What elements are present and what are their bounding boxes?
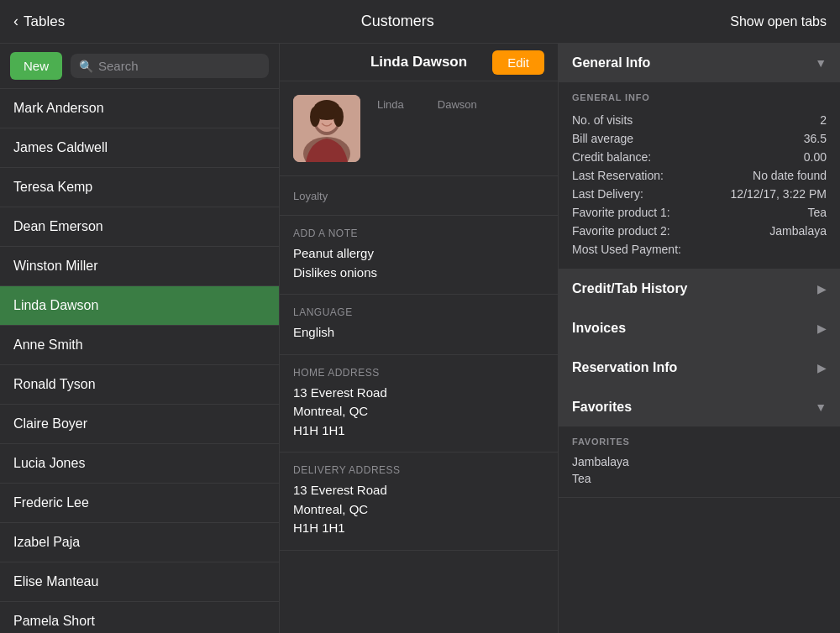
customer-item[interactable]: Ronald Tyson [0, 365, 279, 405]
show-open-tabs-button[interactable]: Show open tabs [730, 14, 827, 29]
home-address-line2: Montreal, QC [293, 402, 544, 421]
svg-point-7 [320, 116, 324, 120]
info-row: Last Delivery:12/12/17, 3:22 PM [572, 185, 827, 203]
customer-item[interactable]: Pamela Short [0, 602, 279, 633]
svg-point-8 [330, 116, 334, 120]
customer-item[interactable]: Anne Smith [0, 326, 279, 365]
credit-tab-chevron-right-icon [817, 282, 827, 296]
detail-header: Linda Dawson Edit [280, 44, 558, 81]
top-bar: ‹ Tables Customers Show open tabs [0, 0, 840, 44]
credit-tab-header[interactable]: Credit/Tab History [559, 269, 840, 308]
info-row: Credit balance:0.00 [572, 148, 827, 166]
language-section-label: LANGUAGE [293, 306, 544, 318]
info-row-val: 36.5 [804, 132, 827, 145]
customer-item[interactable]: James Caldwell [0, 128, 279, 168]
svg-point-5 [310, 107, 320, 127]
favorites-item: Jambalaya [572, 453, 827, 470]
info-row-val: Jambalaya [769, 224, 827, 238]
customer-list: Mark AndersonJames CaldwellTeresa KempDe… [0, 89, 279, 633]
page-title: Customers [361, 13, 434, 30]
info-row-val: No date found [753, 169, 827, 182]
reservation-info-header[interactable]: Reservation Info [559, 348, 840, 387]
info-row: Favorite product 1:Tea [572, 203, 827, 222]
new-button[interactable]: New [10, 52, 62, 80]
favorites-sub-label: Favorites [572, 437, 827, 447]
invoices-title: Invoices [572, 321, 626, 336]
customer-item[interactable]: Winston Miller [0, 247, 279, 286]
home-address-content: 13 Everest Road Montreal, QC H1H 1H1 [293, 384, 544, 441]
info-row-val: Tea [807, 206, 827, 219]
left-panel: New 🔍 Mark AndersonJames CaldwellTeresa … [0, 44, 280, 633]
loyalty-label: Loyalty [293, 190, 328, 202]
delivery-address-label: DELIVERY ADDRESS [293, 464, 544, 476]
info-row: Most Used Payment: [572, 240, 827, 259]
general-info-section: General Info GENERAL INFO No. of visits2… [559, 44, 840, 269]
general-info-body: GENERAL INFO No. of visits2Bill average3… [559, 82, 840, 269]
info-row-key: Favorite product 2: [572, 224, 670, 238]
reservation-info-section: Reservation Info [559, 348, 840, 388]
note-section-label: ADD A NOTE [293, 228, 544, 239]
last-name-field: Dawson [438, 98, 477, 111]
name-fields: Linda Dawson [377, 98, 477, 111]
general-info-chevron-down-icon [815, 56, 827, 70]
detail-header-name: Linda Dawson [370, 54, 467, 71]
back-button[interactable]: ‹ Tables [13, 13, 65, 30]
info-row-key: Credit balance: [572, 150, 651, 164]
customer-item[interactable]: Teresa Kemp [0, 168, 279, 207]
favorites-title: Favorites [572, 400, 632, 415]
first-name-field: Linda [377, 98, 404, 111]
customer-photo-row: Linda Dawson [280, 81, 558, 176]
back-label: Tables [24, 13, 65, 30]
search-icon: 🔍 [79, 60, 93, 73]
delivery-address-line3: H1H 1H1 [293, 519, 544, 538]
note-line2: Dislikes onions [293, 264, 544, 283]
favorites-body: Favorites JambalayaTea [559, 426, 840, 497]
invoices-chevron-right-icon [817, 322, 827, 335]
credit-tab-section: Credit/Tab History [559, 269, 840, 309]
info-row-key: Favorite product 1: [572, 206, 670, 219]
info-row-key: Last Reservation: [572, 169, 664, 182]
customer-item[interactable]: Frederic Lee [0, 484, 279, 523]
svg-point-6 [333, 107, 344, 127]
info-row-val: 0.00 [804, 150, 827, 164]
favorites-header[interactable]: Favorites [559, 388, 840, 426]
home-address-line1: 13 Everest Road [293, 384, 544, 403]
loyalty-section: Loyalty [280, 176, 558, 216]
customer-item[interactable]: Izabel Paja [0, 523, 279, 562]
customer-item[interactable]: Claire Boyer [0, 405, 279, 444]
language-value: English [293, 323, 544, 343]
favorites-section: Favorites Favorites JambalayaTea [559, 388, 840, 498]
search-input[interactable] [98, 59, 260, 73]
home-address-line3: H1H 1H1 [293, 421, 544, 441]
info-row: Last Reservation:No date found [572, 166, 827, 185]
info-row-val: 2 [820, 113, 827, 127]
reservation-info-chevron-right-icon [817, 361, 827, 374]
delivery-address-line2: Montreal, QC [293, 500, 544, 520]
customer-item[interactable]: Elise Manteau [0, 562, 279, 602]
reservation-info-title: Reservation Info [572, 360, 677, 375]
edit-button[interactable]: Edit [492, 50, 544, 75]
invoices-header[interactable]: Invoices [559, 309, 840, 348]
info-row: No. of visits2 [572, 111, 827, 129]
info-row: Favorite product 2:Jambalaya [572, 222, 827, 240]
info-row-key: Bill average [572, 132, 633, 145]
note-content: Peanut allergy Dislikes onions [293, 244, 544, 282]
customer-item[interactable]: Linda Dawson [0, 286, 279, 326]
info-row-key: Most Used Payment: [572, 243, 681, 256]
customer-photo [293, 95, 360, 162]
right-panel: General Info GENERAL INFO No. of visits2… [559, 44, 840, 633]
customer-item[interactable]: Lucia Jones [0, 444, 279, 484]
note-line1: Peanut allergy [293, 244, 544, 264]
customer-item[interactable]: Mark Anderson [0, 89, 279, 128]
general-info-header[interactable]: General Info [559, 44, 840, 82]
back-chevron-icon: ‹ [13, 13, 18, 30]
general-info-rows: No. of visits2Bill average36.5Credit bal… [572, 111, 827, 259]
delivery-address-line1: 13 Everest Road [293, 481, 544, 500]
note-section: ADD A NOTE Peanut allergy Dislikes onion… [280, 216, 558, 295]
general-info-sub-label: GENERAL INFO [572, 92, 827, 102]
home-address-label: HOME ADDRESS [293, 367, 544, 379]
toolbar: New 🔍 [0, 44, 279, 89]
customer-item[interactable]: Dean Emerson [0, 207, 279, 247]
main-content: New 🔍 Mark AndersonJames CaldwellTeresa … [0, 44, 840, 633]
delivery-address-section: DELIVERY ADDRESS 13 Everest Road Montrea… [280, 453, 558, 551]
